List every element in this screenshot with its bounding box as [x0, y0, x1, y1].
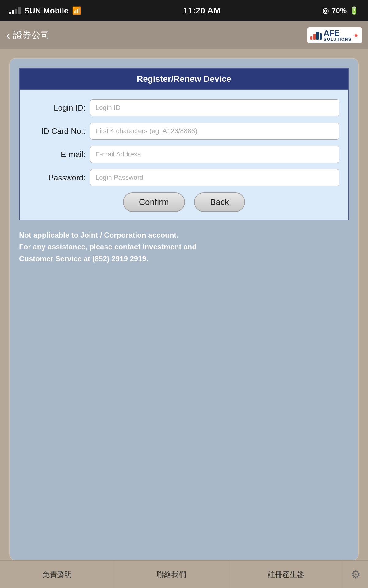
register-form-box: Register/Renew Device Login ID: ID Card … — [19, 68, 349, 220]
target-icon: ◎ — [322, 6, 329, 15]
login-id-input[interactable] — [90, 99, 339, 116]
form-body: Login ID: ID Card No.: E-mail: Password: — [20, 89, 348, 220]
carrier-label: SUN Mobile — [24, 6, 68, 16]
info-text: Not applicable to Joint / Corporation ac… — [19, 229, 349, 265]
login-id-row: Login ID: — [29, 99, 339, 116]
login-id-label: Login ID: — [29, 103, 90, 113]
gear-icon[interactable]: ⚙ — [351, 568, 361, 581]
id-card-label: ID Card No.: — [29, 126, 90, 136]
form-title: Register/Renew Device — [20, 69, 348, 89]
email-label: E-mail: — [29, 150, 90, 159]
signal-icon — [9, 7, 21, 14]
main-content: Register/Renew Device Login ID: ID Card … — [0, 49, 368, 560]
id-card-row: ID Card No.: — [29, 123, 339, 140]
afe-logo: AFE SOLUTIONS ★ — [307, 27, 362, 43]
time-label: 11:20 AM — [183, 6, 220, 16]
footer-item-register[interactable]: 註冊產生器 — [229, 561, 343, 588]
wifi-icon: 📶 — [72, 6, 81, 15]
password-input[interactable] — [90, 169, 339, 186]
battery-icon: 🔋 — [350, 6, 359, 15]
nav-title: 證券公司 — [13, 29, 50, 41]
back-arrow-icon[interactable]: ‹ — [6, 29, 10, 41]
logo-bars-icon — [310, 31, 322, 40]
logo-star-icon: ★ — [353, 32, 359, 39]
footer-settings[interactable]: ⚙ — [343, 561, 368, 588]
battery-label: 70% — [332, 6, 347, 15]
logo-solutions-text: SOLUTIONS — [324, 37, 351, 41]
back-button[interactable]: Back — [194, 192, 245, 212]
nav-bar: ‹ 證券公司 AFE SOLUTIONS ★ — [0, 21, 368, 49]
logo-afe-text: AFE — [324, 29, 351, 37]
email-input[interactable] — [90, 146, 339, 163]
confirm-button[interactable]: Confirm — [123, 192, 185, 212]
footer: 免責聲明 聯絡我們 註冊產生器 ⚙ — [0, 560, 368, 588]
status-left: SUN Mobile 📶 — [9, 6, 81, 16]
email-row: E-mail: — [29, 146, 339, 163]
password-label: Password: — [29, 173, 90, 183]
nav-left[interactable]: ‹ 證券公司 — [6, 29, 50, 41]
status-right: ◎ 70% 🔋 — [322, 6, 359, 15]
password-row: Password: — [29, 169, 339, 186]
status-bar: SUN Mobile 📶 11:20 AM ◎ 70% 🔋 — [0, 0, 368, 21]
id-card-input[interactable] — [90, 123, 339, 140]
form-buttons: Confirm Back — [29, 192, 339, 212]
footer-item-disclaimer[interactable]: 免責聲明 — [0, 561, 114, 588]
footer-item-contact[interactable]: 聯絡我們 — [114, 561, 229, 588]
content-card: Register/Renew Device Login ID: ID Card … — [9, 58, 359, 560]
